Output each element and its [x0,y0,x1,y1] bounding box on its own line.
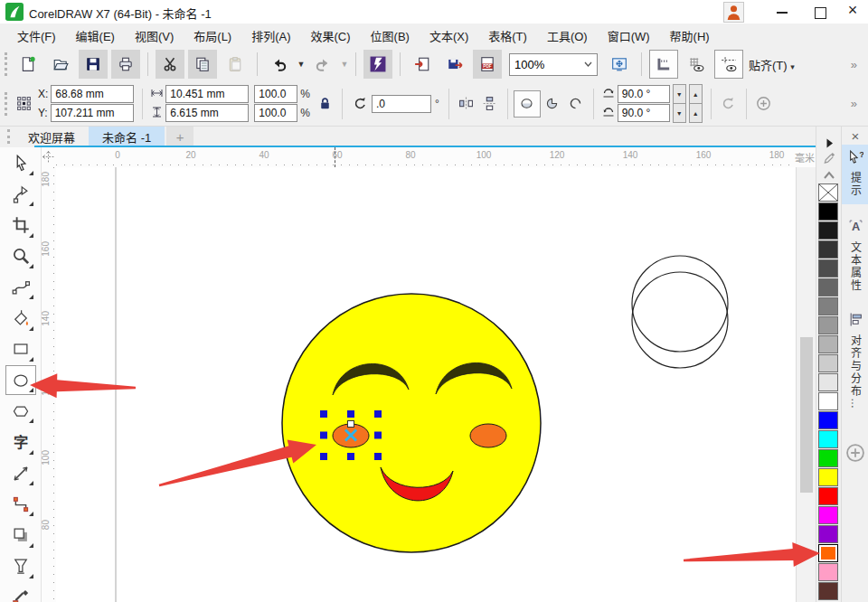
color-swatch-brown[interactable] [818,582,838,600]
palette-eyedropper-icon[interactable] [816,151,842,168]
tool-connector-tool[interactable] [5,489,36,519]
copy-button[interactable] [188,50,217,79]
color-swatch-50-black[interactable] [818,297,838,315]
tool-shape-tool[interactable] [5,179,36,209]
start-angle-field[interactable]: 90.0 ° [618,85,670,103]
menu-item-8[interactable]: 表格(T) [478,24,537,48]
show-rulers-button[interactable] [649,50,678,79]
color-swatch-red[interactable] [818,487,838,505]
start-angle-spin-down[interactable]: ▼ [673,84,686,104]
tool-flyout-icon[interactable] [29,574,33,578]
end-angle-spin-down[interactable]: ▼ [673,103,686,123]
propbar-overflow-button[interactable]: » [851,97,855,110]
color-swatch-60-black[interactable] [818,278,838,296]
rotation-angle-field[interactable]: .0 [372,95,431,113]
show-guidelines-button[interactable] [714,50,743,79]
docker-tab-1[interactable]: A文本属性 [842,214,868,297]
tool-polygon-tool[interactable] [5,396,36,426]
tool-flyout-icon[interactable] [29,264,33,268]
color-swatch-70-black[interactable] [818,259,838,277]
menu-item-7[interactable]: 文本(X) [420,24,478,48]
tabbar-drag-handle[interactable] [7,129,10,144]
x-position-field[interactable]: 68.68 mm [51,85,134,103]
docker-close-icon[interactable]: × [842,128,868,144]
publish-pdf-button[interactable]: PDF [473,50,502,79]
selection-handle[interactable] [374,432,382,439]
document-tab-1[interactable]: 未命名 -1 [89,127,165,147]
selection-handle[interactable] [374,453,382,460]
application-launcher-button[interactable] [363,50,392,79]
right-cheek-ellipse[interactable] [470,424,506,447]
color-swatch-yellow[interactable] [818,468,838,486]
scrollbar-thumb[interactable] [800,337,813,493]
menu-item-3[interactable]: 布局(L) [184,24,241,48]
mirror-vertical-button[interactable] [478,92,502,116]
menu-item-4[interactable]: 排列(A) [241,24,300,48]
selection-handle[interactable] [320,453,327,460]
docker-tab-0[interactable]: ?提示 [842,145,868,204]
docker-tab-2[interactable]: 对齐与分布… [842,307,868,414]
import-button[interactable] [408,50,437,79]
undo-dropdown-caret[interactable]: ▼ [296,60,307,69]
redo-button[interactable] [308,50,337,79]
tool-flyout-icon[interactable] [29,326,33,331]
color-swatch-orange[interactable] [818,544,838,562]
tool-flyout-icon[interactable] [29,357,33,362]
zoom-level-dropdown[interactable]: 100% [509,53,598,76]
selection-handle[interactable] [347,410,354,418]
canvas-vertical-scrollbar[interactable] [796,167,816,602]
lock-ratio-button[interactable] [313,92,336,116]
mirror-horizontal-button[interactable] [455,92,478,116]
account-icon[interactable] [723,2,744,23]
menu-item-1[interactable]: 编辑(E) [66,24,125,48]
menu-item-5[interactable]: 效果(C) [301,24,361,48]
snap-to-dropdown[interactable]: 贴齐(T) ▾ [745,56,798,73]
tool-flyout-icon[interactable] [29,419,33,423]
object-width-field[interactable]: 10.451 mm [165,85,249,103]
color-swatch-pink[interactable] [818,563,838,581]
smiley-face-circle[interactable] [282,294,541,552]
tool-flyout-icon[interactable] [29,481,33,485]
outline-circle-bottom[interactable] [632,272,728,368]
color-swatch-40-black[interactable] [818,316,838,334]
end-angle-field[interactable]: 90.0 ° [618,104,670,122]
color-swatch-blue[interactable] [818,411,838,429]
scale-width-field[interactable]: 100.0 [254,85,297,103]
tool-color-eyedropper-tool[interactable] [5,582,36,602]
color-swatch-magenta[interactable] [818,506,838,524]
menu-item-9[interactable]: 工具(O) [537,24,598,48]
tool-freehand-tool[interactable] [5,272,36,302]
maximize-button[interactable] [807,2,834,21]
start-angle-spin-up[interactable]: ▲ [689,84,703,104]
tool-flyout-icon[interactable] [29,233,33,238]
object-height-field[interactable]: 6.615 mm [165,104,249,122]
tool-text-tool[interactable]: 字 [5,428,36,457]
ellipse-mode-button[interactable] [514,90,541,118]
new-document-tab-button[interactable]: + [166,127,193,147]
ruler-origin-icon[interactable] [41,147,56,167]
arc-mode-button[interactable] [564,92,588,116]
color-swatch-30-black[interactable] [818,335,838,353]
color-swatch-cyan[interactable] [818,430,838,448]
add-property-button[interactable] [752,92,776,116]
new-document-button[interactable] [14,50,42,79]
tool-rectangle-tool[interactable] [5,334,36,364]
end-angle-spin-up[interactable]: ▲ [689,103,703,123]
color-swatch-black[interactable] [818,202,838,221]
menu-item-0[interactable]: 文件(F) [7,24,66,48]
paste-button[interactable] [221,50,250,79]
tool-pick-tool[interactable] [5,148,36,178]
menu-item-10[interactable]: 窗口(W) [598,24,660,48]
selection-handle[interactable] [320,432,327,439]
tool-flyout-icon[interactable] [29,512,33,516]
tool-zoom-tool[interactable] [5,241,36,271]
color-swatch-10-black[interactable] [818,373,838,391]
tool-flyout-icon[interactable] [29,171,33,175]
drawing-canvas[interactable] [56,167,796,602]
tool-crop-tool[interactable] [5,211,36,240]
color-swatch-80-black[interactable] [818,240,838,259]
cut-button[interactable] [156,50,184,79]
color-swatch-green[interactable] [818,449,838,467]
export-button[interactable] [440,50,469,79]
tool-drop-shadow-tool[interactable] [5,521,36,550]
